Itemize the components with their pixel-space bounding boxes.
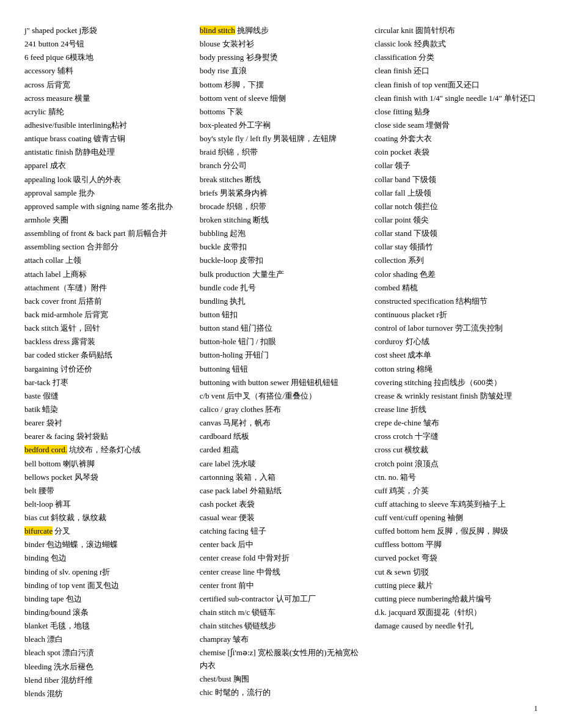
list-item: apparel 成衣 bbox=[24, 160, 188, 172]
list-item: bleach 漂白 bbox=[24, 633, 188, 645]
list-item: circular knit 圆筒针织布 bbox=[374, 24, 538, 37]
list-item: backless dress 露背装 bbox=[24, 336, 188, 348]
list-item: button-hole 钮门 / 扣眼 bbox=[200, 336, 363, 348]
list-item: collar 领子 bbox=[374, 160, 538, 172]
list-item: braid 织锦，织带 bbox=[200, 146, 363, 158]
list-item: canvas 马尾衬，帆布 bbox=[200, 417, 363, 429]
list-item: curved pocket 弯袋 bbox=[374, 552, 538, 564]
list-item: crease & wrinkly resistant finish 防皱处理 bbox=[374, 390, 538, 402]
list-item: accessory 辅料 bbox=[24, 65, 188, 77]
list-item: bottoms 下装 bbox=[200, 106, 363, 118]
list-item: assembling of front & back part 前后幅合并 bbox=[24, 227, 188, 240]
list-item: clean finish with 1/4″ single needle 1/4… bbox=[374, 92, 538, 105]
list-item: classic look 经典款式 bbox=[374, 38, 538, 50]
page: j" shaped pocket j形袋241 button 24号钮6 fee… bbox=[24, 24, 538, 701]
list-item: continuous placket r折 bbox=[374, 309, 538, 321]
list-item: batik 蜡染 bbox=[24, 403, 188, 416]
highlighted-term: bedford cord. bbox=[24, 445, 67, 454]
list-item: buttoning 钮钮 bbox=[200, 363, 363, 375]
list-item: across measure 横量 bbox=[24, 92, 188, 105]
list-item: clean finish of top vent面又还口 bbox=[374, 79, 538, 91]
list-item: bellows pocket 风琴袋 bbox=[24, 471, 188, 483]
list-item: cost sheet 成本单 bbox=[374, 349, 538, 361]
list-item: certified sub-contractor 认可加工厂 bbox=[200, 593, 363, 605]
list-item: cartonning 装箱，入箱 bbox=[200, 471, 363, 483]
list-item: attach label 上商标 bbox=[24, 268, 188, 281]
list-item: body rise 直浪 bbox=[200, 65, 363, 77]
list-item: chest/bust 胸围 bbox=[200, 673, 363, 685]
list-item: collar stay 领插竹 bbox=[374, 241, 538, 253]
list-item: across 后背宽 bbox=[24, 79, 188, 91]
list-item: cuff vent/cuff opening 袖侧 bbox=[374, 512, 538, 524]
list-item: briefs 男装紧身内裤 bbox=[200, 187, 363, 199]
list-item: close side seam 埋侧骨 bbox=[374, 119, 538, 131]
list-item: appealing look 吸引人的外表 bbox=[24, 174, 188, 186]
list-item: body pressing 衫身熨烫 bbox=[200, 51, 363, 64]
list-item: armhole 夹圈 bbox=[24, 214, 188, 226]
list-item: cutting piece numbering给裁片编号 bbox=[374, 593, 538, 605]
list-item: bar-tack 打枣 bbox=[24, 377, 188, 389]
list-item: baste 假缝 bbox=[24, 390, 188, 402]
list-item: bulk production 大量生产 bbox=[200, 268, 363, 281]
list-item: cross crotch 十字缝 bbox=[374, 430, 538, 443]
list-item: button 钮扣 bbox=[200, 309, 363, 321]
list-item: calico / gray clothes 胚布 bbox=[200, 403, 363, 416]
list-item: binding of top vent 面叉包边 bbox=[24, 579, 188, 592]
list-item: cuffless bottom 平脚 bbox=[374, 539, 538, 551]
list-item: broken stitching 断线 bbox=[200, 214, 363, 226]
list-item: clean finish 还口 bbox=[374, 65, 538, 77]
list-item: bottom vent of sleeve 细侧 bbox=[200, 92, 363, 105]
list-item: antique brass coating 镀青古铜 bbox=[24, 133, 188, 145]
list-item: close fitting 贴身 bbox=[374, 106, 538, 118]
list-item: collar band 下级领 bbox=[374, 174, 538, 186]
list-item: coating 外套大衣 bbox=[374, 133, 538, 145]
list-item: catching facing 钮子 bbox=[200, 525, 363, 537]
list-item: back mid-armhole 后背宽 bbox=[24, 309, 188, 321]
list-item: casual wear 便装 bbox=[200, 512, 363, 524]
column-3: circular knit 圆筒针织布classic look 经典款式clas… bbox=[374, 24, 538, 633]
list-item: back stitch 返针，回针 bbox=[24, 322, 188, 334]
list-item: bearer & facing 袋衬袋贴 bbox=[24, 430, 188, 443]
list-item: cotton string 棉绳 bbox=[374, 363, 538, 375]
list-item: branch 分公司 bbox=[200, 160, 363, 172]
list-item: cut & sewn 切驳 bbox=[374, 566, 538, 578]
list-item: crease line 折线 bbox=[374, 403, 538, 416]
list-item: blouse 女装衬衫 bbox=[200, 38, 363, 50]
list-item: color shading 色差 bbox=[374, 268, 538, 281]
list-item: button stand 钮门搭位 bbox=[200, 322, 363, 334]
list-item: combed 精梳 bbox=[374, 282, 538, 294]
column-1: j" shaped pocket j形袋241 button 24号钮6 fee… bbox=[24, 24, 188, 701]
list-item: boy's style fly / left fly 男装钮牌，左钮牌 bbox=[200, 133, 363, 145]
list-item: cuff attaching to sleeve 车鸡英到袖子上 bbox=[374, 498, 538, 510]
list-item: buckle-loop 皮带扣 bbox=[200, 254, 363, 267]
list-item: center crease fold 中骨对折 bbox=[200, 552, 363, 564]
list-item: center crease line 中骨线 bbox=[200, 566, 363, 578]
list-item: blanket 毛毯，地毯 bbox=[24, 620, 188, 632]
list-item: attach collar 上领 bbox=[24, 254, 188, 267]
list-item: crepe de-chine 皱布 bbox=[374, 417, 538, 429]
list-item: 241 button 24号钮 bbox=[24, 38, 188, 50]
list-item: buckle 皮带扣 bbox=[200, 241, 363, 253]
list-item: collar fall 上级领 bbox=[374, 187, 538, 199]
list-item: collar point 领尖 bbox=[374, 214, 538, 226]
list-item: binding tape 包边 bbox=[24, 593, 188, 605]
list-item: chic 时髦的，流行的 bbox=[200, 686, 363, 699]
list-item: cross cut 横纹裁 bbox=[374, 444, 538, 456]
list-item: center front 前中 bbox=[200, 579, 363, 592]
list-item: carded 粗疏 bbox=[200, 444, 363, 456]
list-item: break stitches 断线 bbox=[200, 174, 363, 186]
list-item: chain stitches 锁链线步 bbox=[200, 620, 363, 632]
list-item: collection 系列 bbox=[374, 254, 538, 267]
list-item: chemise [ʃi'mə:z] 宽松服装(女性用的)无袖宽松内衣 bbox=[200, 647, 363, 671]
list-item: assembling section 合并部分 bbox=[24, 241, 188, 253]
list-item: bubbling 起泡 bbox=[200, 227, 363, 240]
list-item: binding of slv. opening r折 bbox=[24, 566, 188, 578]
list-item: blind stitch 挑脚线步 bbox=[200, 24, 363, 37]
list-item: brocade 织锦，织带 bbox=[200, 200, 363, 213]
column-2: blind stitch 挑脚线步blouse 女装衬衫body pressin… bbox=[200, 24, 363, 700]
list-item: cuffed bottom hem 反脚，假反脚，脚级 bbox=[374, 525, 538, 537]
list-item: chain stitch m/c 锁链车 bbox=[200, 606, 363, 619]
list-item: binder 包边蝴蝶，滚边蝴蝶 bbox=[24, 539, 188, 551]
list-item: attachment（车缝）附件 bbox=[24, 282, 188, 294]
list-item: bedford cord. 坑绞布，经条灯心绒 bbox=[24, 444, 188, 456]
